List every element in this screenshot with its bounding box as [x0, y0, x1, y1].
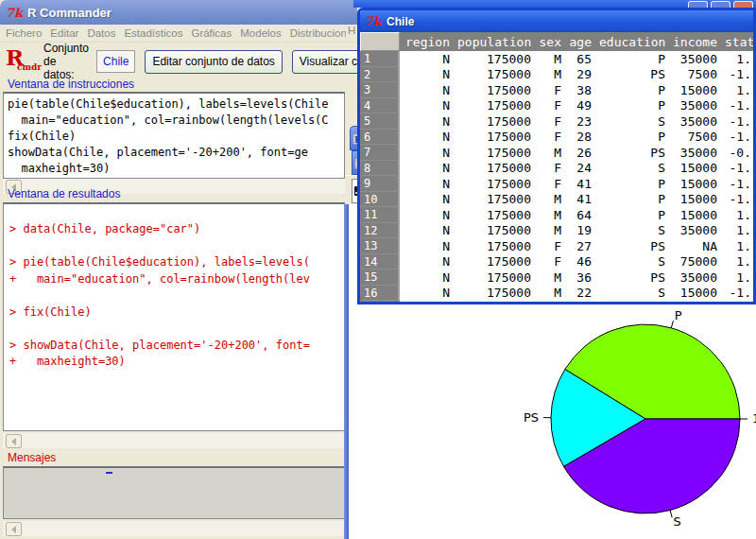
table-cell: -1.	[725, 161, 751, 175]
table-cell: P	[599, 83, 665, 97]
table-rownumber-column: 12345678910111213141516	[360, 51, 400, 302]
table-body[interactable]: N175000M65P350001.N175000M29PS7500-1.N17…	[400, 51, 753, 302]
script-line: maxheight=30)	[8, 161, 340, 177]
table-cell: 28	[569, 130, 592, 144]
output-line: > fix(Chile)	[9, 304, 338, 322]
menu-item[interactable]: Estadísticos	[124, 27, 182, 39]
row-number: 3	[360, 82, 400, 98]
column-header: population	[457, 35, 531, 49]
output-line	[9, 287, 338, 304]
table-cell: F	[539, 177, 561, 191]
messages-hscrollbar[interactable]	[3, 521, 345, 536]
table-row: N175000M64P150001.	[400, 207, 753, 223]
left-triangle-icon	[11, 526, 16, 533]
table-row: N175000F38P150001.	[400, 82, 753, 98]
table-row: N175000F41P15000-1.	[400, 176, 753, 192]
table-cell: 29	[569, 67, 592, 81]
scroll-left-arrow-icon[interactable]	[6, 434, 22, 448]
row-number: 10	[360, 192, 400, 208]
output-line: > pie(table(Chile$education), labels=lev…	[9, 254, 338, 271]
output-textarea[interactable]: > data(Chile, package="car")> pie(table(…	[3, 202, 345, 431]
menu-item[interactable]: Editar	[50, 27, 78, 39]
table-cell: 15000	[673, 83, 717, 97]
row-number: 9	[360, 176, 400, 192]
output-hscrollbar[interactable]	[3, 433, 345, 448]
table-cell: 15000	[673, 161, 717, 175]
table-cell: 46	[569, 254, 592, 269]
table-cell: 35000	[673, 223, 717, 237]
table-cell: S	[599, 161, 665, 175]
table-cell: 1.	[725, 52, 751, 66]
scroll-left-arrow-icon[interactable]	[6, 522, 22, 536]
stray-mark	[106, 472, 112, 474]
row-number: 13	[360, 238, 400, 254]
close-button[interactable]	[733, 1, 753, 8]
menu-item[interactable]: Fichero	[6, 27, 42, 39]
table-cell: 24	[569, 161, 592, 175]
table-cell: 36	[569, 270, 592, 285]
rcmdr-titlebar[interactable]: 7k R Commander	[0, 0, 357, 25]
table-cell: -1.	[725, 67, 751, 81]
script-line: main="education", col=rainbow(length(lev…	[8, 113, 340, 129]
messages-label: Mensajes	[8, 451, 56, 464]
rcmdr-toolbar: Rcmdr Conjunto de datos: Chile Editar co…	[0, 43, 357, 79]
table-cell: 175000	[457, 223, 531, 237]
table-row: N175000M19S350001.	[400, 223, 753, 239]
script-textarea[interactable]: pie(table(Chile$education), labels=level…	[3, 92, 345, 179]
menu-item[interactable]: Modelos	[240, 27, 281, 39]
table-cell: 1.	[725, 83, 751, 97]
table-cell: -1.	[725, 192, 751, 206]
table-cell: PS	[599, 146, 665, 160]
script-line: fix(Chile)	[8, 129, 340, 145]
table-cell: F	[539, 254, 561, 269]
messages-textarea[interactable]	[3, 466, 345, 519]
menu-item[interactable]: Datos	[87, 27, 115, 39]
rcmdr-window-title: R Commander	[27, 6, 112, 20]
table-cell: 75000	[673, 254, 717, 269]
background-window-titlebar	[353, 0, 756, 8]
table-cell: 175000	[457, 98, 531, 113]
table-cell: F	[539, 83, 561, 97]
table-cell: 7500	[673, 67, 717, 81]
table-cell: 1.	[725, 239, 751, 253]
table-cell: N	[405, 177, 450, 191]
menu-item[interactable]: Gráficas	[191, 27, 232, 39]
table-row: N175000F23S35000-1.	[400, 113, 753, 130]
pie-label-S: S	[674, 514, 681, 529]
table-cell: N	[405, 98, 450, 113]
table-cell: N	[405, 208, 450, 222]
table-cell: N	[405, 254, 450, 269]
edit-dataset-button[interactable]: Editar conjunto de datos	[145, 50, 282, 74]
table-cell: -1.	[725, 286, 751, 300]
row-number: 4	[360, 98, 400, 114]
table-cell: 35000	[673, 270, 717, 285]
script-window-label: Ventana de instrucciones	[8, 78, 134, 91]
rcmdr-menubar: FicheroEditarDatosEstadísticosGráficasMo…	[0, 25, 357, 43]
table-cell: 175000	[457, 130, 531, 144]
pie-label-PS: PS	[524, 410, 539, 425]
row-number: 15	[360, 270, 400, 286]
row-number: 6	[360, 130, 400, 146]
column-header: stat	[725, 35, 751, 49]
table-cell: 1.	[725, 223, 751, 237]
table-cell: 15000	[673, 177, 717, 191]
table-cell: P	[599, 130, 665, 144]
table-cell: 35000	[673, 114, 717, 129]
table-row: N175000M41P15000-1.	[400, 192, 753, 208]
maximize-button[interactable]	[711, 1, 730, 8]
table-cell: NA	[673, 239, 717, 253]
table-cell: 175000	[457, 192, 531, 206]
table-cell: F	[539, 130, 561, 144]
table-cell: PS	[599, 239, 665, 253]
table-cell: P	[599, 177, 665, 191]
minimize-button[interactable]	[688, 1, 708, 8]
table-cell: 175000	[457, 286, 531, 300]
chile-titlebar[interactable]: 7k Chile	[360, 10, 753, 32]
table-cell: 26	[569, 146, 592, 160]
dataset-button[interactable]: Chile	[96, 50, 135, 73]
table-cell: M	[539, 286, 561, 300]
output-line	[9, 238, 338, 255]
table-cell: N	[405, 67, 450, 81]
row-number: 12	[360, 223, 400, 239]
table-cell: P	[599, 208, 665, 222]
